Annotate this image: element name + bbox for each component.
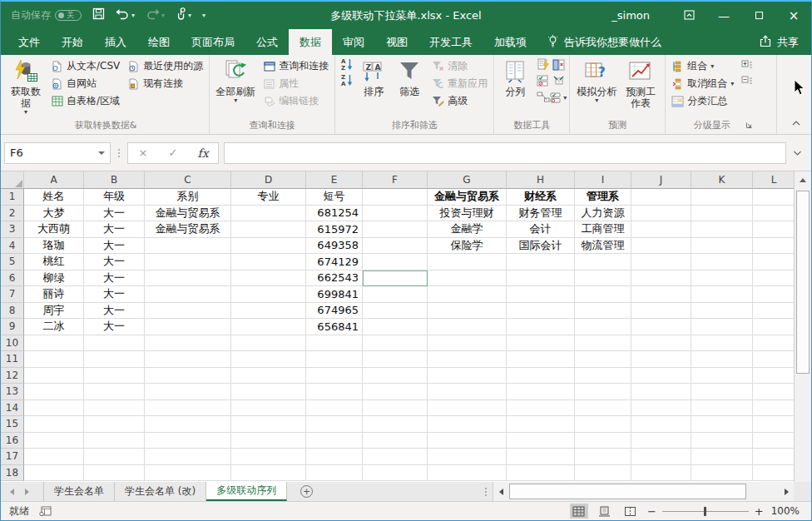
row-header-16[interactable]: 16 (1, 433, 24, 449)
cell-H7[interactable] (507, 286, 575, 303)
show-detail-icon[interactable] (741, 58, 753, 74)
cell-G8[interactable] (428, 303, 507, 320)
cell-I12[interactable] (575, 368, 631, 385)
save-button[interactable] (92, 7, 105, 23)
cell-H18[interactable] (507, 465, 575, 482)
cell-B6[interactable]: 大一 (84, 270, 145, 287)
cell-L18[interactable] (753, 465, 795, 482)
cell-J13[interactable] (631, 384, 691, 400)
cell-E12[interactable] (306, 368, 363, 385)
cell-D10[interactable] (231, 335, 306, 352)
cell-F2[interactable] (363, 206, 428, 222)
sheet-tab-0[interactable]: 学生会名单 (43, 482, 115, 501)
cell-D8[interactable] (231, 303, 306, 320)
cell-B3[interactable]: 大一 (84, 221, 145, 238)
cell-F3[interactable] (363, 221, 428, 238)
cell-I7[interactable] (575, 286, 631, 303)
cell-E14[interactable] (306, 400, 363, 417)
cell-A12[interactable] (24, 368, 84, 385)
cell-H3[interactable]: 会计 (507, 221, 575, 238)
page-break-view-button[interactable] (621, 504, 640, 519)
maximize-button[interactable] (741, 2, 776, 29)
row-header-10[interactable]: 10 (1, 335, 24, 352)
cell-A8[interactable]: 周宇 (24, 303, 84, 320)
cell-D7[interactable] (231, 286, 306, 303)
cell-A7[interactable]: 丽诗 (24, 286, 84, 303)
vertical-scrollbar[interactable] (794, 171, 811, 482)
filter-button[interactable]: 筛选 (392, 57, 427, 97)
cell-J4[interactable] (631, 238, 691, 255)
cell-D1[interactable]: 专业 (231, 189, 306, 206)
cell-B15[interactable] (84, 416, 145, 433)
col-header-C[interactable]: C (145, 171, 231, 189)
cell-A14[interactable] (24, 400, 84, 417)
cell-K17[interactable] (691, 449, 753, 465)
macro-record-button[interactable] (39, 506, 52, 516)
cell-J3[interactable] (631, 221, 691, 238)
cell-F9[interactable] (363, 319, 428, 335)
cell-I8[interactable] (575, 303, 631, 320)
page-layout-view-button[interactable] (596, 504, 614, 519)
cell-K10[interactable] (691, 335, 753, 352)
existing-connections-button[interactable]: 现有连接 (125, 75, 205, 92)
cell-F8[interactable] (363, 303, 428, 320)
cell-F13[interactable] (363, 384, 428, 400)
cell-C10[interactable] (145, 335, 231, 352)
col-header-G[interactable]: G (428, 171, 507, 189)
cell-I5[interactable] (575, 254, 631, 270)
normal-view-button[interactable] (570, 504, 588, 519)
cell-I10[interactable] (575, 335, 631, 352)
cell-C6[interactable] (145, 270, 231, 287)
autosave-toggle[interactable]: 自动保存 关 (11, 8, 82, 22)
cell-E18[interactable] (306, 465, 363, 482)
col-header-L[interactable]: L (753, 171, 795, 189)
cell-L17[interactable] (753, 449, 795, 465)
cell-H14[interactable] (507, 400, 575, 417)
name-box[interactable]: F6 (4, 142, 111, 164)
cell-J10[interactable] (631, 335, 691, 352)
cell-L13[interactable] (753, 384, 795, 400)
cell-A17[interactable] (24, 449, 84, 465)
cell-C4[interactable] (145, 238, 231, 255)
cell-F15[interactable] (363, 416, 428, 433)
tab-scroll-splitter[interactable] (479, 482, 493, 501)
cell-G9[interactable] (428, 319, 507, 335)
reapply-filter-button[interactable]: 重新应用 (429, 75, 490, 92)
cell-D2[interactable] (231, 206, 306, 222)
cell-I13[interactable] (575, 384, 631, 400)
sort-button[interactable]: ZA 排序 (355, 57, 392, 97)
cell-E17[interactable] (306, 449, 363, 465)
cell-J18[interactable] (631, 465, 691, 482)
ribbon-tab-8[interactable]: 视图 (375, 29, 418, 55)
cell-E13[interactable] (306, 384, 363, 400)
cell-D3[interactable] (231, 221, 306, 238)
ribbon-tab-0[interactable]: 文件 (7, 29, 51, 55)
cell-D13[interactable] (231, 384, 306, 400)
ribbon-tab-3[interactable]: 绘图 (137, 29, 181, 55)
share-button[interactable]: 共享 (759, 29, 811, 55)
cell-H4[interactable]: 国际会计 (507, 238, 575, 255)
cell-B11[interactable] (84, 351, 145, 368)
data-validation-icon[interactable] (537, 74, 550, 90)
ribbon-tab-6[interactable]: 数据 (289, 29, 332, 55)
cell-L9[interactable] (753, 319, 795, 335)
row-header-15[interactable]: 15 (1, 416, 24, 433)
vertical-scroll-thumb[interactable] (796, 191, 810, 374)
cell-H12[interactable] (507, 368, 575, 385)
ribbon-display-options-button[interactable] (671, 2, 706, 29)
remove-duplicates-icon[interactable] (552, 58, 565, 74)
new-sheet-button[interactable]: + (300, 485, 313, 498)
row-header-6[interactable]: 6 (1, 270, 24, 287)
cell-C16[interactable] (145, 433, 231, 449)
group-button[interactable]: 组合 ▾ (669, 57, 736, 75)
insert-function-button[interactable]: fx (188, 143, 218, 163)
cell-L15[interactable] (753, 416, 795, 433)
collapse-ribbon-button[interactable] (791, 114, 801, 130)
col-header-A[interactable]: A (24, 171, 84, 189)
undo-button[interactable]: ▾ (116, 7, 135, 23)
cell-K13[interactable] (691, 384, 753, 400)
advanced-filter-button[interactable]: 高级 (429, 92, 490, 110)
enter-button[interactable]: ✓ (158, 143, 188, 163)
cell-A16[interactable] (24, 433, 84, 449)
ribbon-tab-2[interactable]: 插入 (94, 29, 137, 55)
